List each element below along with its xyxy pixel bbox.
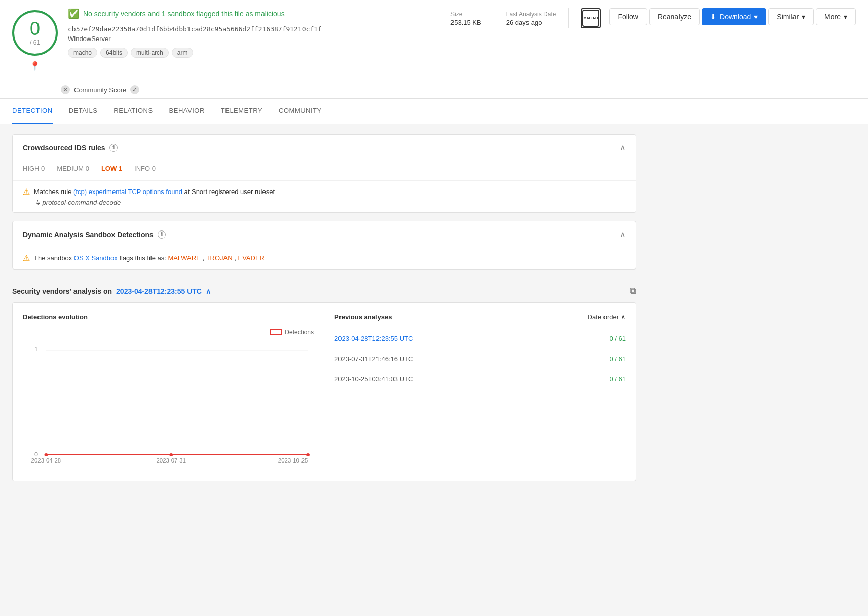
prev-score-1: 0 / 61: [609, 335, 626, 342]
filter-medium[interactable]: MEDIUM 0: [57, 165, 89, 172]
tab-relations[interactable]: RELATIONS: [114, 99, 153, 124]
sv-expand-icon[interactable]: ∧: [206, 287, 211, 295]
chart-title: Detections evolution: [23, 313, 314, 321]
toolbar: Follow Reanalyze ⬇ Download ▾ Similar ▾ …: [609, 6, 856, 25]
flag-trojan: TROJAN: [206, 254, 233, 262]
file-hash: cb57ef29dae22350a70d1df6bb4dbb1cad28c95a…: [68, 25, 450, 33]
filter-info[interactable]: INFO 0: [134, 165, 156, 172]
prev-header: Previous analyses Date order ∧: [334, 313, 626, 321]
download-chevron-icon: ▾: [754, 13, 758, 21]
status-line: ✅ No security vendors and 1 sandbox flag…: [68, 8, 450, 19]
prev-row-1: 2023-04-28T12:23:55 UTC 0 / 61: [334, 329, 626, 349]
sandbox-row: ⚠ The sandbox OS X Sandbox flags this fi…: [13, 247, 636, 269]
sandbox-collapse-icon[interactable]: ∧: [620, 229, 626, 239]
date-order-button[interactable]: Date order ∧: [588, 313, 626, 321]
sandbox-text: The sandbox OS X Sandbox flags this file…: [34, 254, 265, 262]
svg-text:2023-07-31: 2023-07-31: [156, 458, 186, 463]
rule-sub: ↳ protocol-command-decode: [23, 199, 626, 206]
rule-text: Matches rule (tcp) experimental TCP opti…: [34, 188, 275, 196]
community-score-bar: ✕ Community Score ✓: [0, 81, 868, 99]
warning-icon: ⚠: [23, 187, 30, 197]
similar-label: Similar: [777, 13, 799, 21]
file-info: ✅ No security vendors and 1 sandbox flag…: [68, 6, 450, 58]
more-button[interactable]: More ▾: [816, 8, 856, 25]
tab-detection[interactable]: DETECTION: [12, 99, 53, 124]
flag-evader: EVADER: [238, 254, 265, 262]
tag-64bits: 64bits: [100, 48, 128, 58]
svg-text:1: 1: [34, 346, 38, 353]
community-score-close[interactable]: ✕: [61, 85, 70, 94]
sv-title-text: Security vendors' analysis on: [12, 287, 112, 295]
score-circle: 0 / 61: [12, 10, 58, 56]
download-icon: ⬇: [710, 13, 716, 21]
filter-high[interactable]: HIGH 0: [23, 165, 45, 172]
svg-text:2023-04-28: 2023-04-28: [31, 458, 61, 463]
sv-date-link[interactable]: 2023-04-28T12:23:55 UTC: [116, 287, 202, 295]
tag-arm: arm: [172, 48, 194, 58]
ids-section: Crowdsourced IDS rules ℹ ∧ HIGH 0 MEDIUM…: [12, 134, 636, 213]
sandbox-header[interactable]: Dynamic Analysis Sandbox Detections ℹ ∧: [13, 221, 636, 247]
ids-title: Crowdsourced IDS rules ℹ: [23, 144, 118, 152]
ids-header[interactable]: Crowdsourced IDS rules ℹ ∧: [13, 135, 636, 161]
ids-title-text: Crowdsourced IDS rules: [23, 144, 105, 152]
similar-button[interactable]: Similar ▾: [768, 8, 814, 25]
follow-button[interactable]: Follow: [609, 8, 647, 25]
chart-area: Detections 1 0 2023-: [23, 329, 314, 471]
date-order-label: Date order: [588, 313, 619, 321]
sandbox-link[interactable]: OS X Sandbox: [74, 254, 118, 262]
svg-point-8: [306, 453, 310, 456]
rule-link[interactable]: (tcp) experimental TCP options found: [73, 188, 182, 196]
divider2: [568, 8, 569, 28]
more-label: More: [824, 13, 841, 21]
analysis-date-label: Last Analysis Date: [506, 11, 556, 18]
tab-behavior[interactable]: BEHAVIOR: [169, 99, 205, 124]
security-vendors-header: Security vendors' analysis on 2023-04-28…: [12, 278, 636, 302]
tab-details[interactable]: DETAILS: [69, 99, 98, 124]
main-content: Crowdsourced IDS rules ℹ ∧ HIGH 0 MEDIUM…: [0, 124, 649, 491]
chart-panel: Detections evolution Detections 1 0: [13, 303, 324, 481]
community-score-check: ✓: [130, 85, 139, 94]
prev-row-3: 2023-10-25T03:41:03 UTC 0 / 61: [334, 369, 626, 389]
download-button[interactable]: ⬇ Download ▾: [702, 8, 766, 25]
reanalyze-button[interactable]: Reanalyze: [649, 8, 700, 25]
filter-low[interactable]: LOW 1: [101, 165, 122, 172]
svg-text:MACH-O: MACH-O: [584, 16, 598, 20]
copy-icon[interactable]: ⧉: [630, 286, 636, 296]
ids-rule-line: ⚠ Matches rule (tcp) experimental TCP op…: [23, 187, 626, 197]
prev-date-text-2: 2023-07-31T21:46:16 UTC: [334, 355, 413, 363]
prev-date-text-3: 2023-10-25T03:41:03 UTC: [334, 375, 413, 383]
pin-icon: 📍: [29, 61, 41, 72]
tag-macho: macho: [68, 48, 97, 58]
analyses-grid: Detections evolution Detections 1 0: [12, 302, 636, 481]
macho-file-icon: MACH-O: [581, 8, 601, 28]
check-circle-icon: ✅: [68, 8, 79, 19]
ids-collapse-icon[interactable]: ∧: [620, 143, 626, 152]
tab-community[interactable]: COMMUNITY: [279, 99, 322, 124]
sandbox-warning-icon: ⚠: [23, 253, 30, 263]
file-name: WindowServer: [68, 35, 450, 43]
ids-filters: HIGH 0 MEDIUM 0 LOW 1 INFO 0: [13, 161, 636, 181]
size-value: 253.15 KB: [450, 19, 481, 26]
sandbox-section: Dynamic Analysis Sandbox Detections ℹ ∧ …: [12, 221, 636, 270]
flag-malware: MALWARE: [168, 254, 201, 262]
tags-list: macho 64bits multi-arch arm: [68, 48, 450, 58]
sandbox-info-icon[interactable]: ℹ: [158, 230, 166, 239]
divider: [494, 8, 494, 28]
previous-analyses-panel: Previous analyses Date order ∧ 2023-04-2…: [324, 303, 636, 481]
prev-date-link-1[interactable]: 2023-04-28T12:23:55 UTC: [334, 335, 413, 342]
svg-point-7: [169, 453, 173, 456]
file-size: Size 253.15 KB: [450, 11, 481, 26]
chart-legend: Detections: [270, 329, 314, 336]
tab-telemetry[interactable]: TELEMETRY: [221, 99, 262, 124]
analysis-date-value: 26 days ago: [506, 19, 556, 26]
date-order-icon: ∧: [621, 313, 626, 321]
size-label: Size: [450, 11, 481, 18]
sandbox-title-text: Dynamic Analysis Sandbox Detections: [23, 230, 154, 239]
detections-chart: 1 0 2023-04-28 2023-07-31 2023-10-25: [23, 341, 314, 463]
legend-box: [270, 329, 282, 335]
ids-info-icon[interactable]: ℹ: [109, 144, 118, 152]
file-meta: Size 253.15 KB Last Analysis Date 26 day…: [450, 6, 601, 28]
status-text: No security vendors and 1 sandbox flagge…: [83, 10, 285, 18]
download-label: Download: [720, 13, 751, 21]
tag-multi-arch: multi-arch: [131, 48, 169, 58]
